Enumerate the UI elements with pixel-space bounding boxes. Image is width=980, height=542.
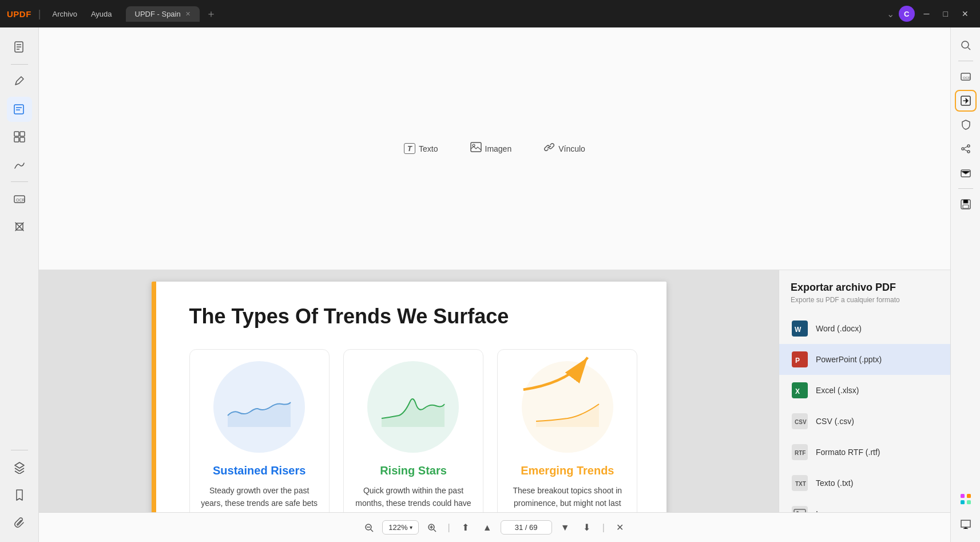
- csv-icon: CSV: [791, 412, 809, 430]
- last-page-button[interactable]: ⬇: [578, 519, 596, 536]
- export-label-word: Word (.docx): [816, 324, 862, 333]
- toolbar-vinculo[interactable]: Vínculo: [537, 139, 592, 159]
- svg-rect-59: [961, 500, 965, 504]
- sidebar-icon-ocr[interactable]: OCR: [7, 187, 32, 212]
- viewer-area: The Types Of Trends We Surface Sustained…: [39, 270, 779, 512]
- sidebar-icon-sign[interactable]: [7, 152, 32, 177]
- svg-line-45: [968, 48, 970, 50]
- page-input[interactable]: [501, 520, 552, 535]
- sidebar-icon-layout[interactable]: [7, 124, 32, 149]
- right-icon-search[interactable]: [955, 34, 977, 56]
- svg-text:OCR: OCR: [963, 76, 971, 80]
- right-icon-apps[interactable]: [955, 488, 977, 510]
- svg-rect-57: [961, 494, 965, 498]
- sidebar-icon-edit[interactable]: [7, 97, 32, 122]
- export-header: Exportar archivo PDF Exporte su PDF a cu…: [779, 270, 950, 308]
- viewer-export-container: The Types Of Trends We Surface Sustained…: [39, 270, 950, 512]
- trend-title-sustained: Sustained Risers: [213, 464, 305, 477]
- dropdown-icon[interactable]: ⌄: [887, 9, 894, 19]
- trends-grid: Sustained Risers Steady growth over the …: [189, 349, 638, 512]
- export-item-excel[interactable]: X Excel (.xlsx): [779, 375, 950, 406]
- export-item-txt[interactable]: TXT Texto (.txt): [779, 468, 950, 499]
- svg-rect-60: [967, 500, 971, 504]
- pdf-left-accent: [152, 282, 156, 512]
- trend-card-sustained: Sustained Risers Steady growth over the …: [189, 349, 330, 512]
- sidebar-icon-pen[interactable]: [7, 69, 32, 94]
- right-sidebar-bottom: [955, 488, 977, 535]
- minimize-button[interactable]: ─: [919, 8, 934, 19]
- tab-label: UPDF - Spain: [135, 10, 181, 18]
- first-page-button[interactable]: ⬆: [457, 519, 474, 536]
- sidebar-icon-layers[interactable]: [7, 455, 32, 480]
- trend-desc-emerging: These breakout topics shoot in prominenc…: [507, 484, 628, 510]
- svg-point-51: [967, 151, 970, 153]
- sidebar-bottom: [7, 448, 32, 535]
- zoom-display[interactable]: 122% ▾: [382, 520, 419, 535]
- toolbar-vinculo-label: Vínculo: [558, 144, 585, 153]
- menu-ayuda[interactable]: Ayuda: [86, 7, 117, 21]
- export-item-word[interactable]: W Word (.docx): [779, 313, 950, 344]
- close-button[interactable]: ✕: [957, 8, 973, 19]
- svg-text:X: X: [795, 387, 800, 395]
- export-panel: Exportar archivo PDF Exporte su PDF a cu…: [779, 270, 950, 512]
- tab-close-button[interactable]: ✕: [185, 10, 191, 18]
- right-sidebar: OCR: [950, 27, 980, 542]
- trend-circle-sustained: [213, 361, 305, 453]
- image-icon: [470, 142, 482, 155]
- text-icon: T: [404, 143, 415, 154]
- export-item-rtf[interactable]: RTF Formato RTF (.rtf): [779, 437, 950, 468]
- svg-text:CSV: CSV: [795, 419, 807, 425]
- trend-title-emerging: Emerging Trends: [521, 464, 614, 477]
- export-item-imagen[interactable]: Imagen: [779, 499, 950, 512]
- txt-icon: TXT: [791, 474, 809, 492]
- svg-text:RTF: RTF: [795, 450, 806, 456]
- app-logo: UPDF: [7, 9, 31, 19]
- zoom-in-button[interactable]: [423, 519, 441, 536]
- trend-circle-emerging: [522, 361, 613, 453]
- maximize-button[interactable]: □: [939, 8, 953, 19]
- close-toolbar-button[interactable]: ✕: [612, 519, 629, 536]
- toolbar-imagen-label: Imagen: [485, 144, 512, 153]
- export-label-csv: CSV (.csv): [816, 417, 854, 426]
- right-icon-mail[interactable]: [955, 162, 977, 184]
- tab-add-button[interactable]: ＋: [204, 7, 218, 21]
- right-icon-chat[interactable]: [955, 513, 977, 535]
- sidebar-icon-compress[interactable]: [7, 214, 32, 239]
- prev-page-button[interactable]: ▲: [479, 519, 496, 536]
- excel-icon: X: [791, 381, 809, 399]
- export-list: W Word (.docx) P PowerPoint (.pptx): [779, 308, 950, 512]
- right-icon-save[interactable]: [955, 193, 977, 215]
- trend-title-rising: Rising Stars: [380, 464, 447, 477]
- left-sidebar: OCR: [0, 27, 39, 542]
- right-icon-protect[interactable]: [955, 114, 977, 136]
- export-label-powerpoint: PowerPoint (.pptx): [816, 355, 882, 364]
- sidebar-icon-attachment[interactable]: [7, 510, 32, 535]
- svg-rect-56: [963, 205, 969, 208]
- tab-updf-spain[interactable]: UPDF - Spain ✕: [126, 6, 200, 22]
- toolbar-texto[interactable]: T Texto: [397, 140, 445, 157]
- right-separator-2: [958, 188, 973, 189]
- menu-archivo[interactable]: Archivo: [48, 7, 82, 21]
- content-area: T Texto Imagen Vínculo: [39, 27, 950, 542]
- toolbar-imagen[interactable]: Imagen: [463, 139, 519, 159]
- tab-area: UPDF - Spain ✕ ＋: [126, 6, 882, 22]
- bottom-bar: 122% ▾ | ⬆ ▲ ▼ ⬇ | ✕: [39, 512, 950, 542]
- title-bar-right: ⌄ C ─ □ ✕: [887, 6, 973, 22]
- zoom-value: 122%: [388, 523, 407, 532]
- export-item-powerpoint[interactable]: P PowerPoint (.pptx): [779, 344, 950, 375]
- next-page-button[interactable]: ▼: [557, 519, 574, 536]
- export-item-csv[interactable]: CSV CSV (.csv): [779, 406, 950, 437]
- right-icon-share[interactable]: [955, 138, 977, 160]
- right-icon-export[interactable]: [955, 90, 977, 112]
- toolbar-texto-label: Texto: [419, 144, 438, 153]
- trend-circle-rising: [367, 361, 459, 453]
- right-icon-ocr[interactable]: OCR: [955, 66, 977, 88]
- rtf-icon: RTF: [791, 443, 809, 461]
- export-label-txt: Texto (.txt): [816, 478, 853, 488]
- svg-text:OCR: OCR: [16, 198, 25, 202]
- link-icon: [543, 142, 555, 155]
- zoom-out-button[interactable]: [360, 519, 378, 536]
- avatar[interactable]: C: [899, 6, 915, 22]
- sidebar-icon-document[interactable]: [7, 34, 32, 60]
- sidebar-icon-bookmark[interactable]: [7, 482, 32, 508]
